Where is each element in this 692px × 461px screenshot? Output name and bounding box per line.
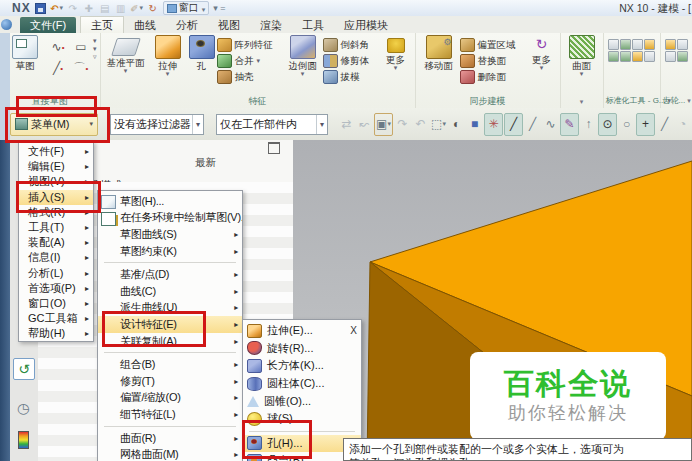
menu-item-information[interactable]: 信息(I)▸ <box>19 250 93 265</box>
surface-button[interactable]: 曲面 ▾ <box>563 35 601 77</box>
tangent-snap-icon[interactable]: ╱ <box>656 114 673 135</box>
save-icon[interactable] <box>35 3 47 14</box>
insert-item-sketch-constraint[interactable]: 草图约束(K)▸ <box>98 243 242 260</box>
undo-icon[interactable]: ↶ <box>51 3 63 14</box>
menu-item-assembly[interactable]: 装配(A)▸ <box>19 235 93 250</box>
design-item-block[interactable]: 长方体(K)... <box>243 357 361 375</box>
extrude-button[interactable]: 拉伸 ▾ <box>149 35 187 77</box>
tab-view[interactable]: 视图 <box>208 16 250 33</box>
vertex-snap-icon[interactable]: ↑ <box>580 114 597 135</box>
standardize-tools-grid[interactable] <box>608 35 655 62</box>
menu-item-gc-toolbox[interactable]: GC工具箱▸ <box>19 311 93 326</box>
design-item-cylinder[interactable]: 圆柱体(C)... <box>243 375 361 393</box>
insert-item-surface[interactable]: 曲面(R)▸ <box>98 430 242 447</box>
insert-item-curve[interactable]: 曲线(C)▸ <box>98 283 242 300</box>
history-tab-icon[interactable]: ◷ <box>13 398 33 418</box>
insert-item-offset-scale[interactable]: 偏置/缩放(O)▸ <box>98 390 242 407</box>
refresh-icon[interactable]: ↻ <box>147 3 159 14</box>
gear-tools-grid[interactable] <box>665 35 688 62</box>
more-button-1[interactable]: 更多 ▾ <box>379 35 413 71</box>
menu-item-tools[interactable]: 工具(T)▸ <box>19 220 93 235</box>
insert-item-mesh-surface[interactable]: 网格曲面(M)▸ <box>98 446 242 461</box>
redo-icon[interactable]: ↷ <box>67 3 79 14</box>
menu-item-view[interactable]: 视图(V)▸ <box>19 174 93 189</box>
copy-icon[interactable]: ▤ <box>99 3 111 14</box>
insert-item-sketch-in-task[interactable]: 在任务环境中绘制草图(V)... <box>98 210 242 227</box>
datum-plane-button[interactable]: 基准平面 ▾ <box>103 35 149 74</box>
center-snap-icon[interactable]: ⊙ <box>598 113 617 136</box>
replace-face-button[interactable]: 替换面 <box>460 54 526 68</box>
design-item-extrude[interactable]: 拉伸(E)...X <box>243 322 361 340</box>
offset-region-button[interactable]: 偏置区域 <box>460 38 526 52</box>
menu-item-help[interactable]: 帮助(H)▸ <box>19 326 93 341</box>
deselect-icon[interactable]: ↜ <box>356 114 373 135</box>
highlight-icon[interactable]: ▣▾ <box>374 113 393 136</box>
shell-button[interactable]: 抽壳 <box>217 70 283 84</box>
more-button-2[interactable]: ↻ 更多 ▾ <box>526 35 558 71</box>
chamfer-button[interactable]: 倒斜角 <box>323 38 379 52</box>
profile-curve-icon[interactable]: ∿• <box>47 37 69 57</box>
intersection-snap-icon[interactable]: + <box>636 113 655 136</box>
curve-snap-icon[interactable]: ∿ <box>542 114 559 135</box>
tab-curve[interactable]: 曲线 <box>124 16 166 33</box>
roles-tab-icon[interactable]: ↺ <box>13 358 35 380</box>
paste-icon[interactable]: ▥ <box>115 3 127 14</box>
insert-item-datum-point[interactable]: 基准/点(D)▸ <box>98 266 242 283</box>
ribbon-collapse-icon[interactable]: ▾ = <box>213 3 225 13</box>
arc-tool-icon[interactable]: ⌒• <box>70 58 92 78</box>
insert-item-trim[interactable]: 修剪(T)▸ <box>98 373 242 390</box>
insert-item-derived-curve[interactable]: 派生曲线(U)▸ <box>98 300 242 317</box>
selection-filter-dropdown[interactable]: 没有选择过滤器 ▾ <box>110 114 204 135</box>
menu-button[interactable]: 菜单(M) ▾ <box>10 113 98 136</box>
solid-cube-icon[interactable]: ■ <box>466 114 483 135</box>
menu-item-format[interactable]: 格式(R)▸ <box>19 205 93 220</box>
insert-item-associative-copy[interactable]: 关联复制(A)▸ <box>98 333 242 350</box>
menu-item-preferences[interactable]: 首选项(P)▸ <box>19 281 93 296</box>
brush-icon[interactable]: ✐ <box>131 3 143 14</box>
rectangle-tool-icon[interactable]: ▭ <box>70 37 92 57</box>
trim-body-button[interactable]: 修剪体 <box>323 54 379 68</box>
sketch-cluster-arrows[interactable]: ▾▾▿ <box>92 35 98 63</box>
cut-icon[interactable]: ✚ <box>83 3 95 14</box>
sphere-snap-icon[interactable]: ◔ <box>674 114 691 135</box>
menu-item-insert[interactable]: 插入(S)▸ <box>19 190 93 205</box>
insert-item-combine[interactable]: 组合(B)▸ <box>98 356 242 373</box>
design-item-revolve[interactable]: 旋转(R)... <box>243 340 361 358</box>
snap-point-icon[interactable]: ✳ <box>484 113 503 136</box>
rotate-cw-icon[interactable]: ↷ <box>394 114 411 135</box>
line-tool-icon[interactable]: ╱• <box>47 58 69 78</box>
restore-window-icon[interactable] <box>268 142 280 154</box>
edge-blend-button[interactable]: 边倒圆 ▾ <box>283 35 323 77</box>
circle-snap-icon[interactable]: ○ <box>618 114 635 135</box>
tab-file[interactable]: 文件(F) <box>20 17 76 33</box>
menu-item-window[interactable]: 窗口(O)▸ <box>19 296 93 311</box>
hole-button[interactable]: 孔 <box>187 35 217 71</box>
selection-scope-dropdown[interactable]: 仅在工作部件内 ▾ <box>216 114 328 135</box>
rotate-ccw-icon[interactable]: ↶ <box>412 114 429 135</box>
menu-item-analysis[interactable]: 分析(L)▸ <box>19 266 93 281</box>
tab-render[interactable]: 渲染 <box>250 16 292 33</box>
design-item-sphere[interactable]: 球(S)... <box>243 410 361 428</box>
delete-face-button[interactable]: 删除面 <box>460 70 526 84</box>
insert-item-detail-feature[interactable]: 细节特征(L)▸ <box>98 406 242 423</box>
design-item-cone[interactable]: 圆锥(O)... <box>243 392 361 410</box>
unite-button[interactable]: 合并 ▾ <box>217 54 283 68</box>
window-menu-button[interactable]: 窗口 <box>163 1 210 15</box>
shaded-sphere-icon[interactable]: ◐ <box>448 114 465 135</box>
select-all-icon[interactable]: ⇄ <box>338 114 355 135</box>
move-face-button[interactable]: 移动面 <box>418 35 460 71</box>
tab-tools[interactable]: 工具 <box>292 16 334 33</box>
draft-button[interactable]: 拔模 <box>323 70 379 84</box>
menu-item-file[interactable]: 文件(F)▸ <box>19 144 93 159</box>
insert-item-sketch-curve[interactable]: 草图曲线(S)▸ <box>98 226 242 243</box>
pattern-feature-button[interactable]: 阵列特征 <box>217 38 283 52</box>
tab-home[interactable]: 主页 <box>80 16 124 33</box>
tab-application[interactable]: 应用模块 <box>334 16 398 33</box>
midpoint-snap-icon[interactable]: ╱ <box>524 114 541 135</box>
endpoint-snap-icon[interactable]: ╱ <box>504 113 523 136</box>
polyline-snap-icon[interactable]: ✎ <box>560 113 579 136</box>
materials-tab-icon[interactable] <box>13 430 33 450</box>
insert-item-design-feature[interactable]: 设计特征(E)▸ <box>98 316 242 333</box>
tab-analysis[interactable]: 分析 <box>166 16 208 33</box>
insert-item-sketch[interactable]: 草图(H)... <box>98 193 242 210</box>
